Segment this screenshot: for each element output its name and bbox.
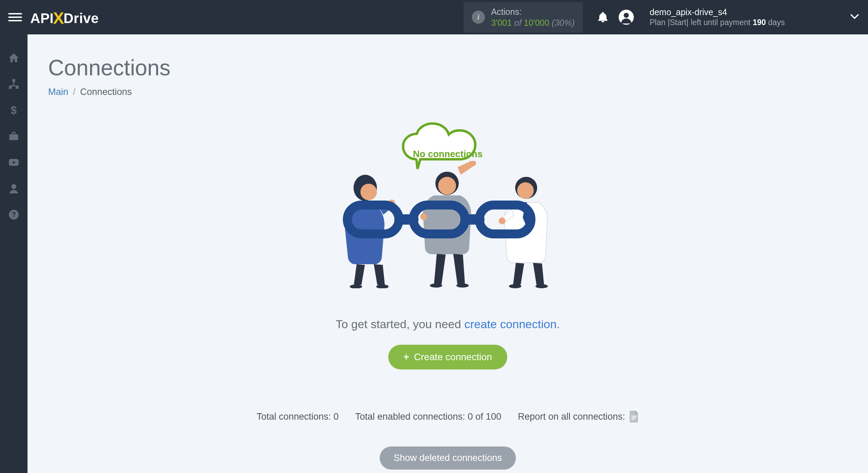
left-sidebar: $ ? <box>0 34 28 473</box>
plan-prefix: Plan | <box>650 18 670 27</box>
stat-report[interactable]: Report on all connections: <box>518 411 639 422</box>
sidebar-item-home[interactable] <box>0 45 28 71</box>
stat-enabled-of: of <box>473 411 486 422</box>
svg-point-12 <box>360 184 377 200</box>
create-connection-button[interactable]: + Create connection <box>388 345 507 369</box>
plus-icon: + <box>403 352 409 363</box>
youtube-icon <box>8 157 20 168</box>
breadcrumb-main-link[interactable]: Main <box>48 87 68 97</box>
brand-logo[interactable]: API X Drive <box>30 8 99 27</box>
svg-text:?: ? <box>12 211 16 219</box>
user-avatar-icon <box>619 10 634 25</box>
stat-enabled: Total enabled connections: 0 of 100 <box>355 411 501 422</box>
page-title: Connections <box>48 55 847 80</box>
stat-enabled-value: 0 <box>468 411 473 422</box>
stat-enabled-limit: 100 <box>486 411 501 422</box>
plan-days-value: 190 <box>753 18 766 27</box>
svg-point-17 <box>438 177 456 195</box>
logo-part-api: API <box>30 11 54 26</box>
actions-text: Actions: 3'001 of 10'000 (30%) <box>491 6 575 29</box>
starter-period: . <box>557 318 560 331</box>
actions-counter-box[interactable]: i Actions: 3'001 of 10'000 (30%) <box>464 2 583 33</box>
svg-point-25 <box>509 284 521 288</box>
svg-rect-2 <box>12 79 15 82</box>
sidebar-item-briefcase[interactable] <box>0 123 28 149</box>
svg-point-18 <box>430 283 442 288</box>
plan-name: Start <box>670 18 686 27</box>
user-plan: Plan |Start| left until payment 190 days <box>650 18 785 28</box>
user-info: demo_apix-drive_s4 Plan |Start| left unt… <box>650 7 785 28</box>
svg-point-19 <box>456 283 469 288</box>
svg-rect-35 <box>631 419 635 420</box>
svg-rect-29 <box>413 205 465 234</box>
stat-total: Total connections: 0 <box>257 411 339 422</box>
user-name: demo_apix-drive_s4 <box>650 7 785 18</box>
breadcrumb-current: Connections <box>80 87 132 97</box>
user-menu[interactable]: demo_apix-drive_s4 Plan |Start| left unt… <box>619 7 860 28</box>
svg-text:$: $ <box>11 104 17 116</box>
starter-text: To get started, you need create connecti… <box>336 318 560 331</box>
cloud-label: No connections <box>400 149 496 160</box>
chain-icon <box>343 201 535 238</box>
svg-rect-31 <box>394 214 419 225</box>
sidebar-item-youtube[interactable] <box>0 149 28 175</box>
svg-rect-6 <box>9 134 18 140</box>
sidebar-item-billing[interactable]: $ <box>0 97 28 123</box>
sidebar-item-sitemap[interactable] <box>0 71 28 97</box>
stat-total-label: Total connections: <box>257 411 334 422</box>
home-icon <box>8 52 20 64</box>
bell-icon[interactable] <box>597 11 609 23</box>
svg-rect-30 <box>479 205 531 234</box>
breadcrumb-separator: / <box>73 87 76 97</box>
sidebar-item-account[interactable] <box>0 175 28 202</box>
empty-state: No connections <box>48 121 847 470</box>
info-icon: i <box>472 11 485 24</box>
stat-total-value: 0 <box>334 411 339 422</box>
stats-row: Total connections: 0 Total enabled conne… <box>257 411 639 422</box>
stat-enabled-label: Total enabled connections: <box>355 411 468 422</box>
svg-point-13 <box>350 284 362 288</box>
plan-days-label: days <box>766 18 785 27</box>
svg-point-1 <box>624 13 629 18</box>
help-icon: ? <box>8 209 20 221</box>
create-connection-link[interactable]: create connection <box>464 318 556 331</box>
menu-toggle-icon[interactable] <box>8 10 22 24</box>
dollar-icon: $ <box>8 104 20 116</box>
briefcase-icon <box>8 130 20 142</box>
svg-rect-32 <box>460 214 485 225</box>
chevron-down-icon <box>849 11 860 23</box>
account-icon <box>8 183 20 194</box>
stat-report-label: Report on all connections: <box>518 411 625 422</box>
show-deleted-button[interactable]: Show deleted connections <box>380 447 516 470</box>
svg-point-26 <box>535 284 548 288</box>
file-icon <box>629 411 639 422</box>
actions-of: of <box>514 18 521 28</box>
logo-part-drive: Drive <box>64 11 99 26</box>
svg-point-8 <box>11 184 16 189</box>
empty-illustration: No connections <box>338 121 558 290</box>
actions-label: Actions: <box>491 6 575 18</box>
starter-prefix: To get started, you need <box>336 318 464 331</box>
sidebar-item-help[interactable]: ? <box>0 202 28 228</box>
svg-rect-33 <box>631 416 637 417</box>
create-button-label: Create connection <box>414 352 492 363</box>
actions-used: 3'001 <box>491 18 512 28</box>
top-header: API X Drive i Actions: 3'001 of 10'000 (… <box>0 0 868 34</box>
actions-total: 10'000 <box>524 18 549 28</box>
main-content: Connections Main / Connections No connec… <box>28 34 868 473</box>
svg-point-23 <box>517 182 534 199</box>
logo-part-x: X <box>53 9 64 28</box>
breadcrumb: Main / Connections <box>48 87 847 97</box>
svg-rect-34 <box>631 417 637 418</box>
plan-suffix: | left until payment <box>686 18 753 27</box>
sitemap-icon <box>8 78 20 90</box>
actions-percent: (30%) <box>552 18 575 28</box>
svg-rect-28 <box>347 205 399 234</box>
svg-point-14 <box>376 284 389 288</box>
